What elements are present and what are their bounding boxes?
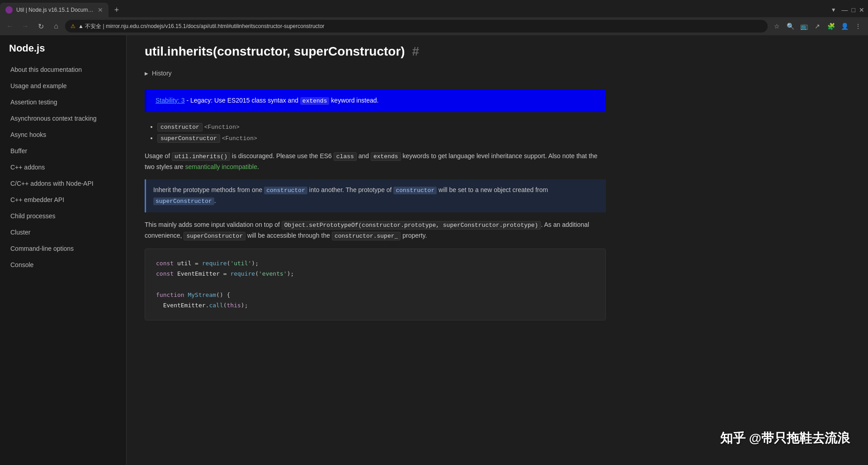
sidebar-item-async-hooks[interactable]: Async hooks (0, 127, 126, 143)
browser-tab-active[interactable]: Util | Node.js v16.15.1 Docume... ✕ (0, 3, 108, 17)
highlighted-description-block: Inherit the prototype methods from one c… (145, 179, 606, 212)
highlight-text-4: . (214, 197, 216, 204)
highlight-super-constructor-code: superConstructor (153, 197, 214, 205)
lens-button[interactable]: 🔍 (784, 20, 797, 33)
main-content: util.inherits(constructor, superConstruc… (127, 35, 868, 465)
constructor-super-code: constructor.super_ (332, 232, 401, 240)
body-paragraph-1: Usage of util.inherits() is discouraged.… (145, 151, 606, 173)
param-super-constructor: superConstructor <Function> (157, 134, 606, 142)
history-label: History (152, 70, 172, 77)
param-super-constructor-name: superConstructor (157, 134, 220, 143)
stability-text1: - Legacy: Use ES2015 class syntax and (185, 97, 300, 104)
tab-overflow-icon[interactable]: ▼ (831, 7, 836, 13)
body-text-1e: . (257, 163, 259, 170)
page-layout: Node.js About this documentation Usage a… (0, 35, 868, 465)
page-heading: util.inherits(constructor, superConstruc… (145, 44, 606, 59)
body-text-2a: This mainly adds some input validation o… (145, 221, 282, 228)
extends-code: extends (371, 152, 401, 161)
param-constructor: constructor <Function> (157, 123, 606, 131)
sidebar-item-about[interactable]: About this documentation (0, 61, 126, 78)
security-icon: ⚠ (71, 23, 75, 29)
content-inner: util.inherits(constructor, superConstruc… (127, 35, 624, 357)
body-paragraph-2: This mainly adds some input validation o… (145, 220, 606, 241)
forward-button[interactable]: → (19, 20, 32, 33)
new-tab-button[interactable]: + (110, 4, 123, 16)
url-text: ▲ 不安全 | mirror.nju.edu.cn/nodejs/v16.15.… (78, 23, 325, 30)
heading-anchor[interactable]: # (412, 44, 420, 59)
sidebar-item-child-processes[interactable]: Child processes (0, 208, 126, 224)
history-arrow-icon: ▶ (145, 71, 148, 76)
back-button[interactable]: ← (4, 20, 16, 33)
cast-button[interactable]: 📺 (797, 20, 810, 33)
param-constructor-name: constructor (157, 123, 203, 132)
sidebar-logo: Node.js (0, 42, 126, 61)
extensions-button[interactable]: 🧩 (825, 20, 837, 33)
code-line-3: function MyStream() { (156, 290, 594, 300)
sidebar-item-usage[interactable]: Usage and example (0, 78, 126, 94)
body-text-1b: is discouraged. Please use the ES6 (230, 152, 334, 160)
highlight-constructor-code-1: constructor (264, 187, 307, 194)
history-toggle[interactable]: ▶ History (145, 68, 606, 79)
body-text-1c: and (357, 152, 371, 160)
super-constructor-code: superConstructor (184, 232, 245, 240)
class-code: class (334, 152, 357, 161)
sidebar-item-cluster[interactable]: Cluster (0, 224, 126, 240)
reload-button[interactable]: ↻ (34, 20, 47, 33)
code-blank-line (156, 279, 594, 290)
body-text-2c: will be accessible through the (245, 232, 332, 239)
highlight-constructor-code-2: constructor (393, 187, 437, 194)
code-line-1: const util = require('util'); (156, 258, 594, 268)
param-super-constructor-type: <Function> (222, 135, 257, 142)
util-inherits-code: util.inherits() (172, 152, 230, 161)
sidebar-item-async-context[interactable]: Asynchronous context tracking (0, 110, 126, 127)
sidebar-item-buffer[interactable]: Buffer (0, 143, 126, 159)
sidebar-item-cpp-node-api[interactable]: C/C++ addons with Node-API (0, 175, 126, 192)
param-constructor-type: <Function> (204, 124, 240, 131)
sidebar-item-assertion[interactable]: Assertion testing (0, 94, 126, 110)
browser-chrome: Util | Node.js v16.15.1 Docume... ✕ + ▼ … (0, 0, 868, 35)
tab-bar: Util | Node.js v16.15.1 Docume... ✕ + ▼ … (0, 0, 868, 17)
tab-overflow-controls: ▼ — □ ✕ (831, 6, 868, 14)
set-prototype-code: Object.setPrototypeOf(constructor.protot… (282, 221, 541, 230)
restore-button[interactable]: □ (852, 6, 855, 14)
semantically-incompatible-link[interactable]: semantically incompatible (185, 163, 257, 170)
param-list: constructor <Function> superConstructor … (145, 123, 606, 142)
highlight-text-3: will be set to a new object created from (437, 186, 548, 193)
sidebar-item-console[interactable]: Console (0, 257, 126, 273)
share-button[interactable]: ↗ (811, 20, 824, 33)
address-bar-row: ← → ↻ ⌂ ⚠ ▲ 不安全 | mirror.nju.edu.cn/node… (0, 17, 868, 35)
more-menu-button[interactable]: ⋮ (852, 20, 864, 33)
body-text-2d: property. (401, 232, 427, 239)
code-line-2: const EventEmitter = require('events'); (156, 268, 594, 279)
highlight-text-2: into another. The prototype of (307, 186, 393, 193)
code-line-4: EventEmitter.call(this); (156, 300, 594, 310)
bookmark-this-page-button[interactable]: ☆ (770, 20, 783, 33)
profile-button[interactable]: 👤 (838, 20, 851, 33)
close-window-button[interactable]: ✕ (859, 6, 864, 14)
sidebar-item-command-line[interactable]: Command-line options (0, 240, 126, 257)
stability-extends-code: extends (300, 97, 330, 105)
tab-favicon (5, 6, 13, 14)
stability-link[interactable]: Stability: 3 (156, 97, 185, 104)
minimize-button[interactable]: — (842, 6, 848, 14)
heading-text: util.inherits(constructor, superConstruc… (145, 44, 405, 59)
tab-close-button[interactable]: ✕ (98, 6, 103, 14)
stability-banner: Stability: 3 - Legacy: Use ES2015 class … (145, 89, 606, 112)
tab-title: Util | Node.js v16.15.1 Docume... (16, 7, 94, 13)
body-text-1a: Usage of (145, 152, 172, 160)
home-button[interactable]: ⌂ (50, 20, 62, 33)
toolbar-actions: ☆ 🔍 📺 ↗ 🧩 👤 ⋮ (770, 20, 864, 33)
highlight-text-1: Inherit the prototype methods from one (153, 186, 264, 193)
sidebar: Node.js About this documentation Usage a… (0, 35, 127, 465)
code-example-block: const util = require('util'); const Even… (145, 249, 606, 320)
stability-text2: keyword instead. (329, 97, 378, 104)
sidebar-item-cpp-embedder[interactable]: C++ embedder API (0, 192, 126, 208)
address-bar[interactable]: ⚠ ▲ 不安全 | mirror.nju.edu.cn/nodejs/v16.1… (65, 20, 768, 33)
sidebar-item-cpp-addons[interactable]: C++ addons (0, 159, 126, 175)
